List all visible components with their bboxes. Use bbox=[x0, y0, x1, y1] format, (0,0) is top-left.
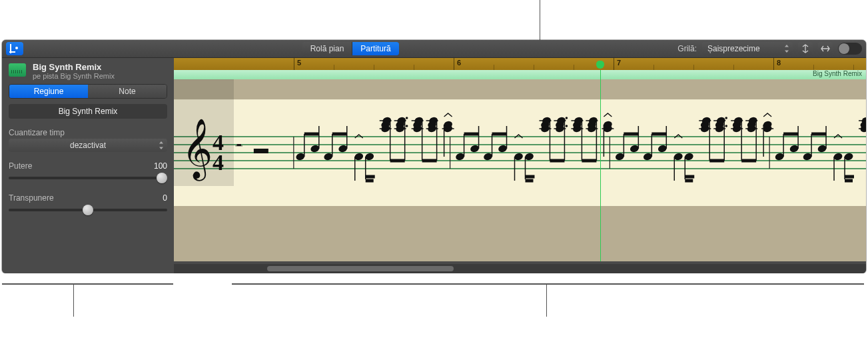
tab-score[interactable]: Partitură bbox=[352, 42, 398, 55]
tab-note[interactable]: Note bbox=[88, 85, 167, 98]
catch-playhead-button[interactable] bbox=[6, 42, 23, 55]
score-display[interactable]: 5678 Big Synth Remix bbox=[174, 58, 866, 273]
quantize-label: Cuantizare timp bbox=[9, 128, 167, 137]
svg-point-2 bbox=[15, 47, 18, 49]
quantize-popup[interactable]: dezactivat bbox=[9, 139, 167, 152]
svg-rect-13 bbox=[254, 149, 268, 153]
strength-slider[interactable] bbox=[9, 172, 167, 184]
editor-body: Big Synth Remix pe pista Big Synth Remix… bbox=[2, 58, 866, 273]
horizontal-zoom-button[interactable] bbox=[818, 42, 833, 55]
transpose-slider[interactable] bbox=[9, 204, 167, 216]
tab-piano-roll[interactable]: Rolă pian bbox=[302, 42, 353, 55]
inspector-panel: Big Synth Remix pe pista Big Synth Remix… bbox=[2, 58, 174, 273]
bar-ruler[interactable]: 5678 bbox=[174, 58, 866, 71]
track-type-icon bbox=[9, 63, 26, 77]
inspector-header: Big Synth Remix pe pista Big Synth Remix bbox=[9, 62, 167, 80]
grid-select[interactable]: Șaisprezecime bbox=[702, 42, 793, 55]
vertical-zoom-button[interactable] bbox=[798, 42, 813, 55]
score-editor-window: Rolă pian Partitură Grilă: Șaisprezecime… bbox=[2, 40, 866, 273]
strength-row: Putere100 bbox=[9, 161, 167, 184]
toggle-unknown[interactable] bbox=[838, 43, 862, 55]
region-band[interactable]: Big Synth Remix bbox=[174, 70, 866, 80]
grid-label: Grilă: bbox=[677, 44, 697, 53]
view-mode-segmented: Rolă pian Partitură bbox=[302, 42, 399, 55]
track-subtitle: pe pista Big Synth Remix bbox=[33, 72, 115, 80]
strength-label: Putere bbox=[9, 161, 32, 171]
region-name-display[interactable]: Big Synth Remix bbox=[9, 104, 167, 119]
callout-top bbox=[540, 0, 540, 40]
region-band-name: Big Synth Remix bbox=[813, 70, 862, 77]
note-phrase bbox=[295, 113, 866, 181]
editor-topbar: Rolă pian Partitură Grilă: Șaisprezecime bbox=[2, 40, 866, 58]
score-canvas: 𝄞 4 4 𝄼 bbox=[174, 79, 866, 261]
horizontal-scrollbar[interactable] bbox=[174, 264, 866, 273]
svg-point-140 bbox=[725, 117, 727, 119]
tab-region[interactable]: Regiune bbox=[9, 85, 88, 98]
strength-value: 100 bbox=[154, 161, 167, 171]
topbar-right-tools: Grilă: Șaisprezecime bbox=[677, 42, 862, 55]
svg-point-139 bbox=[725, 125, 727, 127]
transpose-value: 0 bbox=[163, 193, 167, 203]
svg-point-43 bbox=[406, 125, 408, 127]
staff-lines bbox=[174, 137, 866, 169]
transpose-label: Transpunere bbox=[9, 193, 54, 203]
track-title: Big Synth Remix bbox=[33, 62, 115, 72]
transpose-row: Transpunere0 bbox=[9, 193, 167, 216]
playhead[interactable] bbox=[600, 70, 601, 261]
svg-point-92 bbox=[566, 117, 568, 119]
inspector-tabs: Regiune Note bbox=[9, 84, 167, 99]
music-notation: 𝄞 4 4 𝄼 bbox=[174, 99, 866, 206]
svg-rect-1 bbox=[9, 51, 15, 53]
svg-point-44 bbox=[406, 117, 408, 119]
svg-point-91 bbox=[566, 125, 568, 127]
score-margin-shade bbox=[174, 79, 234, 186]
